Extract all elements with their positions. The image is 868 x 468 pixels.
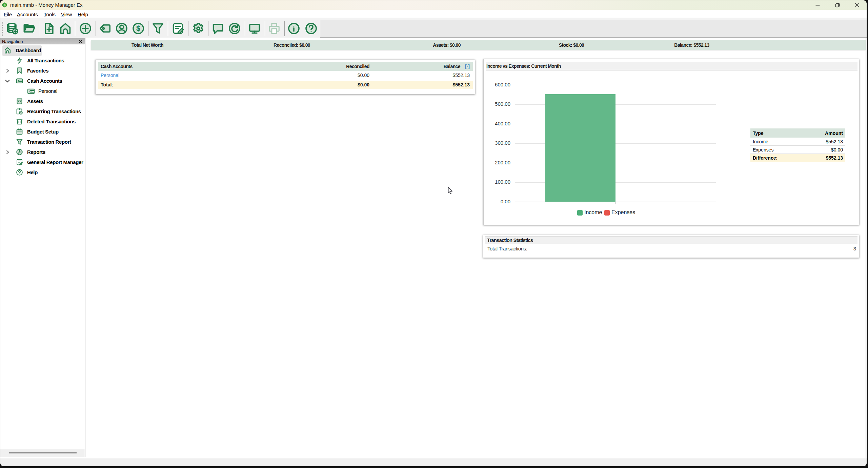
svg-text:$: $	[136, 24, 140, 33]
svg-text:$: $	[4, 3, 6, 7]
